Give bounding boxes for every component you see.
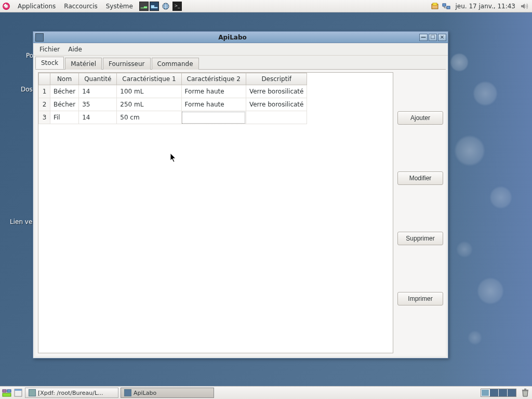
applications-menu[interactable]: Applications <box>14 2 60 11</box>
taskbar-xpdf-label: [Xpdf: /root/Bureau/L... <box>38 390 103 396</box>
window-title: ApiLabo <box>46 34 419 41</box>
network-icon[interactable] <box>442 2 451 11</box>
titlebar[interactable]: ApiLabo — ☐ ✕ <box>33 32 448 43</box>
svg-rect-12 <box>524 389 526 390</box>
table-row[interactable]: 1 Bécher 14 100 mL Forme haute Verre bor… <box>39 85 307 98</box>
svg-rect-3 <box>433 3 437 5</box>
svg-rect-7 <box>7 390 11 392</box>
cell-c1[interactable]: 50 cm <box>117 111 181 124</box>
cell-c2[interactable]: Forme haute <box>181 98 246 111</box>
tab-stock[interactable]: Stock <box>35 57 64 69</box>
cell-nom[interactable]: Bécher <box>50 85 79 98</box>
svg-rect-8 <box>3 393 11 396</box>
cell-idx: 3 <box>39 111 50 124</box>
system-monitor-applet-icon[interactable]: ▅▂ <box>150 2 159 11</box>
cell-idx: 2 <box>39 98 50 111</box>
svg-rect-11 <box>522 390 528 391</box>
taskbar-apilabo[interactable]: ApiLabo <box>121 388 214 398</box>
tab-fournisseur[interactable]: Fournisseur <box>103 58 151 70</box>
cell-quantite[interactable]: 14 <box>79 111 117 124</box>
maximize-button[interactable]: ☐ <box>429 34 437 41</box>
aide-menu[interactable]: Aide <box>64 44 86 55</box>
imprimer-button[interactable]: Imprimer <box>397 292 443 305</box>
taskbar-apilabo-label: ApiLabo <box>134 390 156 396</box>
action-buttons: Ajouter Modifier Supprimer Imprimer <box>397 72 443 353</box>
cell-quantite[interactable]: 35 <box>79 98 117 111</box>
svg-rect-4 <box>443 4 446 6</box>
cell-desc[interactable] <box>246 111 307 124</box>
apilabo-window: ApiLabo — ☐ ✕ Fichier Aide Stock Matérie… <box>33 31 448 358</box>
cell-desc[interactable]: Verre borosilicaté <box>246 85 307 98</box>
taskbar-xpdf[interactable]: [Xpdf: /root/Bureau/L... <box>25 388 118 398</box>
workspace-2[interactable] <box>490 389 498 396</box>
tabs: Stock Matériel Fournisseur Commande <box>33 56 448 69</box>
cell-c1[interactable]: 250 mL <box>117 98 181 111</box>
tab-commande[interactable]: Commande <box>152 58 199 70</box>
cell-c2[interactable] <box>181 111 246 124</box>
col-caracteristique-2[interactable]: Caractéristique 2 <box>181 73 246 85</box>
xpdf-icon <box>29 389 36 396</box>
desktop-icon-label[interactable]: Lien ve <box>10 218 32 225</box>
trash-icon[interactable] <box>521 388 530 397</box>
workspace-pager[interactable] <box>481 389 516 397</box>
debian-logo-icon[interactable] <box>2 2 10 10</box>
workspace-4[interactable] <box>508 389 516 396</box>
wallpaper-bubbles <box>438 0 532 399</box>
svg-rect-6 <box>3 390 6 392</box>
apilabo-icon <box>124 389 131 396</box>
table-row[interactable]: 2 Bécher 35 250 mL Forme haute Verre bor… <box>39 98 307 111</box>
top-panel: Applications Raccourcis Système ▁▃ ▅▂ >_… <box>0 0 532 12</box>
systeme-menu[interactable]: Système <box>102 2 137 11</box>
stock-table[interactable]: Nom Quantité Caractéristique 1 Caractéri… <box>38 72 393 353</box>
fichier-menu[interactable]: Fichier <box>35 44 64 55</box>
close-button[interactable]: ✕ <box>438 34 446 41</box>
workspace-3[interactable] <box>499 389 507 396</box>
system-monitor-applet-icon[interactable]: ▁▃ <box>139 2 149 11</box>
bottom-panel: [Xpdf: /root/Bureau/L... ApiLabo <box>0 386 532 399</box>
tab-content: Nom Quantité Caractéristique 1 Caractéri… <box>35 69 446 356</box>
cell-desc[interactable]: Verre borosilicaté <box>246 98 307 111</box>
cell-nom[interactable]: Fil <box>50 111 79 124</box>
workspace-1[interactable] <box>481 389 489 396</box>
col-nom[interactable]: Nom <box>50 73 79 85</box>
svg-rect-10 <box>15 389 22 391</box>
col-quantite[interactable]: Quantité <box>79 73 117 85</box>
app-icon <box>35 33 44 42</box>
update-notifier-icon[interactable] <box>430 2 440 11</box>
cell-c1[interactable]: 100 mL <box>117 85 181 98</box>
terminal-applet-icon[interactable]: >_ <box>172 2 182 11</box>
minimize-button[interactable]: — <box>419 34 428 41</box>
cell-quantite[interactable]: 14 <box>79 85 117 98</box>
table-row[interactable]: 3 Fil 14 50 cm <box>39 111 307 124</box>
modifier-button[interactable]: Modifier <box>397 171 443 185</box>
web-browser-icon[interactable] <box>161 2 170 11</box>
menubar: Fichier Aide <box>33 43 448 56</box>
clock[interactable]: jeu. 17 janv., 11:43 <box>452 3 518 10</box>
raccourcis-menu[interactable]: Raccourcis <box>60 2 101 11</box>
window-list-icon[interactable] <box>14 388 23 397</box>
svg-rect-5 <box>447 6 450 9</box>
ajouter-button[interactable]: Ajouter <box>397 111 443 125</box>
cell-nom[interactable]: Bécher <box>50 98 79 111</box>
volume-icon[interactable] <box>520 2 529 11</box>
tab-materiel[interactable]: Matériel <box>65 58 102 70</box>
col-caracteristique-1[interactable]: Caractéristique 1 <box>117 73 181 85</box>
col-index[interactable] <box>39 73 50 85</box>
cell-c2[interactable]: Forme haute <box>181 85 246 98</box>
supprimer-button[interactable]: Supprimer <box>397 232 443 245</box>
cell-idx: 1 <box>39 85 50 98</box>
panel-applets: ▁▃ ▅▂ >_ <box>139 2 182 11</box>
col-descriptif[interactable]: Descriptif <box>246 73 307 85</box>
show-desktop-icon[interactable] <box>2 388 11 397</box>
